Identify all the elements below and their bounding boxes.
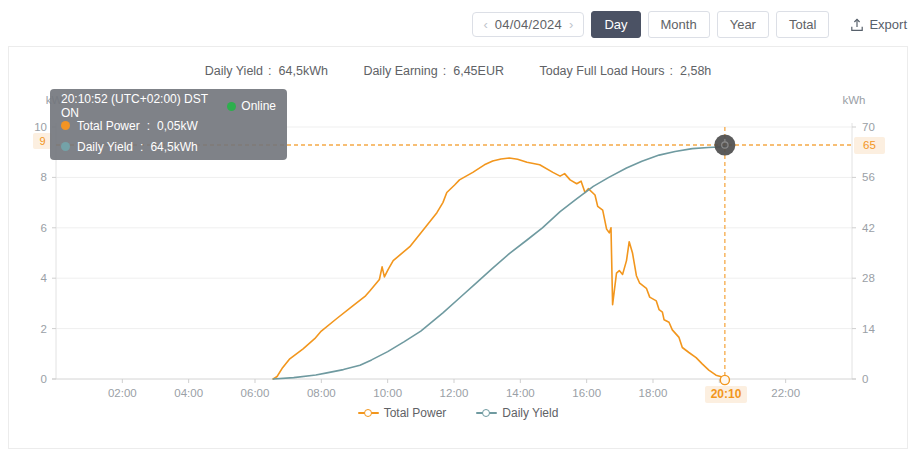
tab-month[interactable]: Month [648, 11, 710, 38]
tooltip-series-value: 64,5kWh [150, 140, 197, 154]
date-value[interactable]: 04/04/2024 [495, 17, 562, 32]
right-axis-unit: kWh [843, 94, 866, 106]
tab-total[interactable]: Total [776, 11, 829, 38]
stat-full-load-hours: Today Full Load Hours:2,58h [539, 64, 711, 78]
chart-tooltip: 20:10:52 (UTC+02:00) DST ON Online Total… [50, 89, 287, 160]
legend-label: Daily Yield [502, 406, 558, 420]
stat-daily-yield: Daily Yield:64,5kWh [205, 64, 328, 78]
tooltip-row-daily-yield: Daily Yield : 64,5kWh [61, 136, 276, 157]
stat-value: 6,45EUR [453, 64, 504, 78]
tooltip-time: 20:10:52 (UTC+02:00) DST ON [61, 92, 227, 120]
x-axis-tick: 14:00 [506, 387, 535, 399]
right-axis-tick: 0 [862, 373, 868, 385]
toolbar: ‹ 04/04/2024 › Day Month Year Total Expo… [472, 11, 907, 38]
axis-pointer-label-time: 20:10 [705, 386, 747, 403]
left-axis-tick: 2 [41, 323, 47, 335]
tooltip-series-name: Total Power [77, 119, 140, 133]
chart-legend: Total Power Daily Yield [8, 406, 908, 420]
stat-label: Today Full Load Hours [539, 64, 664, 78]
export-icon [850, 18, 864, 32]
x-axis-tick: 18:00 [639, 387, 668, 399]
x-axis-tick: 02:00 [108, 387, 137, 399]
stat-value: 2,58h [680, 64, 711, 78]
online-status-label: Online [241, 99, 276, 113]
tooltip-header: 20:10:52 (UTC+02:00) DST ON Online [61, 97, 276, 115]
tooltip-series-value: 0,05kW [157, 119, 198, 133]
online-status-icon [227, 102, 236, 111]
tooltip-status: Online [227, 99, 276, 113]
x-axis-tick: 08:00 [307, 387, 336, 399]
right-axis-tick: 56 [862, 171, 875, 183]
stat-label: Daily Earning [363, 64, 437, 78]
right-axis-tick: 70 [862, 121, 875, 133]
left-axis-tick: 10 [34, 121, 47, 133]
daily-yield-line [273, 147, 725, 379]
total-power-legend-icon [358, 408, 379, 418]
tooltip-row-total-power: Total Power : 0,05kW [61, 115, 276, 136]
right-axis-tick: 14 [862, 323, 875, 335]
stat-value: 64,5kWh [279, 64, 328, 78]
tab-day[interactable]: Day [591, 11, 640, 38]
stat-label: Daily Yield [205, 64, 263, 78]
x-axis-tick: 10:00 [373, 387, 402, 399]
export-label: Export [869, 17, 907, 32]
daily-yield-series-icon [61, 142, 70, 151]
left-axis-tick: 6 [41, 222, 47, 234]
total-power-line [273, 158, 725, 379]
stat-daily-earning: Daily Earning:6,45EUR [363, 64, 504, 78]
tab-year[interactable]: Year [717, 11, 769, 38]
stats-row: Daily Yield:64,5kWh Daily Earning:6,45EU… [8, 64, 908, 78]
left-axis-tick: 8 [41, 171, 47, 183]
axis-pointer-label-right: 65 [854, 137, 885, 154]
daily-yield-legend-icon [476, 408, 497, 418]
legend-item-total-power[interactable]: Total Power [358, 406, 447, 420]
left-axis-tick: 0 [41, 373, 47, 385]
daily-yield-hover-marker [714, 135, 735, 156]
x-axis-tick: 16:00 [572, 387, 601, 399]
x-axis-tick: 22:00 [771, 387, 800, 399]
left-axis-tick: 4 [41, 272, 48, 284]
next-date-icon[interactable]: › [568, 18, 574, 31]
total-power-hover-marker [720, 375, 729, 384]
right-axis-tick: 42 [862, 222, 875, 234]
date-picker[interactable]: ‹ 04/04/2024 › [472, 12, 584, 37]
x-axis-tick: 06:00 [241, 387, 270, 399]
x-axis-tick: 04:00 [174, 387, 203, 399]
prev-date-icon[interactable]: ‹ [482, 18, 488, 31]
legend-item-daily-yield[interactable]: Daily Yield [476, 406, 558, 420]
x-axis-tick: 12:00 [440, 387, 469, 399]
export-button[interactable]: Export [850, 17, 907, 32]
legend-label: Total Power [384, 406, 447, 420]
total-power-series-icon [61, 121, 70, 130]
tooltip-series-name: Daily Yield [77, 140, 133, 154]
right-axis-tick: 28 [862, 272, 875, 284]
